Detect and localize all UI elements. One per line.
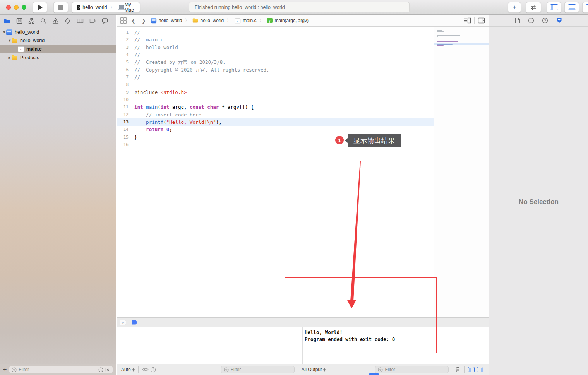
code-text: // hello_world: [134, 44, 178, 51]
variables-scope-popup[interactable]: Auto: [121, 367, 135, 372]
breadcrumb-item[interactable]: cmain.c: [234, 18, 256, 24]
code-line-6[interactable]: 6// Copyright © 2020 亓官. All rights rese…: [117, 66, 434, 74]
code-line-9[interactable]: 9#include <stdio.h>: [117, 89, 434, 96]
quick-help-inspector-icon[interactable]: ?: [542, 17, 548, 24]
info-icon[interactable]: [150, 367, 156, 373]
show-console-toggle[interactable]: [477, 367, 483, 372]
variables-view[interactable]: [117, 327, 302, 364]
issue-navigator-icon[interactable]: [52, 18, 59, 24]
minimap-line: [437, 44, 453, 45]
code-line-5[interactable]: 5// Created by 亓官 on 2020/3/8.: [117, 58, 434, 66]
variables-filter-field[interactable]: Filter: [221, 366, 295, 373]
recent-files-clock-icon[interactable]: [98, 367, 103, 372]
run-button[interactable]: [33, 2, 47, 13]
code-line-14[interactable]: 14 return 0;: [117, 126, 434, 133]
inspector-icon-bar: ?: [489, 15, 588, 27]
disclosure-triangle-icon[interactable]: ▶: [8, 56, 12, 60]
code-line-10[interactable]: 10: [117, 96, 434, 103]
inspector-panel-icon: [586, 4, 588, 10]
zoom-window-button[interactable]: [22, 5, 26, 10]
test-navigator-icon[interactable]: [65, 18, 71, 24]
annotation-tooltip-text: 显示输出结果: [353, 136, 395, 145]
navigator-sidebar: ▼hello_world▼hello_worldcmain.c▶Products…: [0, 15, 116, 375]
code-text: return 0;: [134, 126, 172, 133]
quicklook-eye-icon[interactable]: [142, 367, 149, 372]
code-text: //: [134, 29, 140, 36]
code-text: // main.c: [134, 36, 163, 43]
minimap-line: [437, 46, 437, 47]
minimap-line: [437, 30, 442, 31]
report-navigator-icon[interactable]: [102, 18, 108, 24]
minimap-line: [437, 43, 450, 43]
disclosure-triangle-icon[interactable]: ▼: [8, 39, 12, 43]
find-navigator-icon[interactable]: [40, 18, 46, 24]
console-filter-field[interactable]: Filter: [375, 366, 449, 373]
library-add-button[interactable]: +: [508, 2, 521, 13]
breadcrumb-item[interactable]: hello_world: [192, 18, 224, 23]
toggle-debug-area-button[interactable]: [564, 2, 579, 13]
code-line-8[interactable]: 8: [117, 81, 434, 88]
tree-item-label: main.c: [26, 46, 42, 52]
minimap-line: [437, 31, 444, 32]
history-inspector-icon[interactable]: [528, 17, 534, 24]
close-window-button[interactable]: [6, 5, 11, 10]
breakpoints-enabled-icon[interactable]: [132, 320, 137, 325]
code-line-7[interactable]: 7//: [117, 74, 434, 81]
code-line-2[interactable]: 2// main.c: [117, 36, 434, 43]
code-text: // Created by 亓官 on 2020/3/8.: [134, 58, 226, 66]
source-code-editor[interactable]: 1//2// main.c3// hello_world4//5// Creat…: [117, 27, 434, 317]
line-number: 11: [117, 103, 134, 111]
scheme-selector[interactable]: hello_world 〉 My Mac: [72, 2, 140, 13]
minimize-window-button[interactable]: [14, 5, 19, 10]
cfile-icon: c: [18, 46, 24, 52]
add-editor-icon[interactable]: [478, 17, 485, 24]
code-line-12[interactable]: 12 // insert code here...: [117, 111, 434, 118]
debug-navigator-icon[interactable]: [77, 18, 84, 24]
show-variables-view-toggle[interactable]: [468, 367, 475, 372]
tree-item-hello_world[interactable]: ▼hello_world: [0, 28, 116, 36]
minimap-toggle-icon[interactable]: [464, 17, 471, 24]
console-scope-popup[interactable]: All Output: [302, 367, 326, 372]
folder-icon: [192, 18, 198, 23]
add-file-button[interactable]: +: [3, 366, 7, 373]
scheme-destination-label[interactable]: My Mac: [125, 2, 135, 13]
disclosure-triangle-icon[interactable]: ▼: [2, 30, 6, 34]
related-items-icon[interactable]: [120, 17, 127, 24]
navigator-filter-field[interactable]: Filter: [9, 366, 113, 373]
code-line-3[interactable]: 3// hello_world: [117, 44, 434, 51]
breadcrumb-item[interactable]: fmain(argc, argv): [267, 18, 309, 23]
symbol-navigator-icon[interactable]: [28, 18, 34, 24]
code-line-1[interactable]: 1//: [117, 29, 434, 36]
go-back-button[interactable]: ❮: [130, 18, 137, 24]
toggle-inspector-button[interactable]: [582, 2, 588, 13]
stop-button[interactable]: [53, 2, 68, 13]
code-line-13[interactable]: 13 printf("Hello, World!\n");: [117, 118, 434, 126]
accessibility-inspector-icon[interactable]: [556, 17, 562, 24]
scheme-target-label[interactable]: hello_world: [82, 5, 107, 10]
tree-item-Products[interactable]: ▶Products: [0, 53, 116, 62]
file-inspector-icon[interactable]: [515, 17, 520, 24]
project-navigator-icon[interactable]: [3, 18, 10, 24]
console-scope-label: All Output: [302, 367, 322, 372]
minimap[interactable]: [434, 27, 489, 317]
tree-item-main_c[interactable]: cmain.c: [0, 45, 116, 53]
code-line-4[interactable]: 4//: [117, 51, 434, 58]
navigator-panel-icon: [550, 4, 558, 10]
line-number: 9: [117, 89, 134, 96]
partial-blue-element: [369, 373, 379, 375]
hide-debug-area-button[interactable]: ▽: [120, 320, 126, 325]
line-number: 12: [117, 111, 134, 118]
code-line-11[interactable]: 11int main(int argc, const char * argv[]…: [117, 103, 434, 111]
scm-status-filter-icon[interactable]: [105, 367, 110, 372]
breakpoint-navigator-icon[interactable]: [89, 18, 96, 24]
stop-icon: [58, 5, 63, 10]
tree-item-label: hello_world: [20, 38, 45, 43]
breadcrumb-item[interactable]: hello_world: [151, 18, 182, 24]
clear-console-trash-icon[interactable]: [455, 366, 461, 373]
go-forward-button[interactable]: ❯: [140, 18, 147, 24]
source-control-icon[interactable]: [16, 18, 22, 24]
toggle-navigator-button[interactable]: [547, 2, 561, 13]
activity-status-bar: Finished running hello_world : hello_wor…: [189, 2, 410, 12]
editor-mode-button[interactable]: [526, 2, 541, 13]
tree-item-hello_world[interactable]: ▼hello_world: [0, 36, 116, 45]
